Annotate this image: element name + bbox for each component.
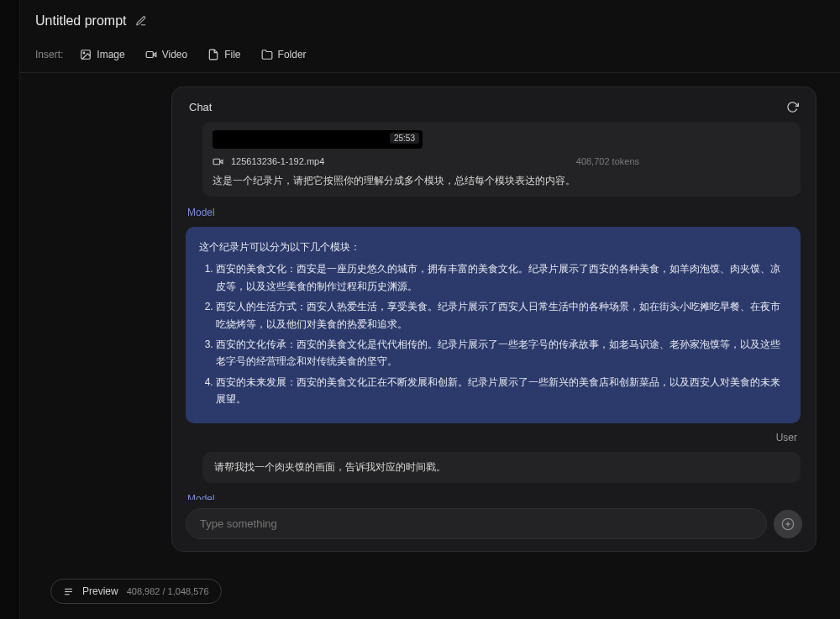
model-1-item-2: 西安人的生活方式：西安人热爱生活，享受美食。纪录片展示了西安人日常生活中的各种场… <box>216 298 787 333</box>
svg-point-1 <box>83 52 85 54</box>
model-1-intro: 这个纪录片可以分为以下几个模块： <box>199 239 787 255</box>
page-title: Untitled prompt <box>35 13 127 29</box>
insert-folder[interactable]: Folder <box>253 45 315 64</box>
insert-file-label: File <box>224 49 240 60</box>
prompt-input[interactable]: Type something <box>186 508 767 539</box>
model-response-1: 这个纪录片可以分为以下几个模块： 西安的美食文化：西安是一座历史悠久的城市，拥有… <box>186 227 801 423</box>
model-label-1: Model <box>186 203 801 220</box>
insert-image-label: Image <box>97 49 124 60</box>
video-filename: 125613236-1-192.mp4 <box>231 156 324 166</box>
video-thumbnail: 25:53 <box>213 130 423 149</box>
token-counts: 408,982 / 1,048,576 <box>127 586 209 596</box>
insert-file[interactable]: File <box>199 45 249 64</box>
user-message-1: 这是一个纪录片，请把它按照你的理解分成多个模块，总结每个模块表达的内容。 <box>213 174 790 188</box>
insert-image[interactable]: Image <box>71 45 133 64</box>
list-icon <box>63 586 74 597</box>
refresh-icon[interactable] <box>786 101 799 113</box>
preview-label: Preview <box>82 585 118 597</box>
model-label-2: Model <box>186 490 801 500</box>
video-tokens: 408,702 tokens <box>576 156 639 166</box>
insert-label: Insert: <box>35 49 63 60</box>
folder-icon <box>261 49 273 60</box>
svg-rect-3 <box>213 159 220 165</box>
insert-video-label: Video <box>162 49 187 60</box>
edit-icon[interactable] <box>135 15 147 27</box>
preview-button[interactable]: Preview 408,982 / 1,048,576 <box>50 579 222 604</box>
model-1-item-4: 西安的未来发展：西安的美食文化正在不断发展和创新。纪录片展示了一些新兴的美食店和… <box>216 374 787 408</box>
model-1-item-3: 西安的文化传承：西安的美食文化是代代相传的。纪录片展示了一些老字号的传承故事，如… <box>216 336 787 370</box>
insert-video[interactable]: Video <box>137 45 196 64</box>
svg-rect-2 <box>146 52 153 58</box>
chat-panel: Chat 25:53 125613236-1-192.mp4 408,702 <box>171 87 816 552</box>
file-icon <box>207 49 219 60</box>
image-icon <box>80 49 92 60</box>
video-duration: 25:53 <box>390 133 419 144</box>
user-message-2: 请帮我找一个肉夹馍的画面，告诉我对应的时间戳。 <box>202 452 801 483</box>
model-1-item-1: 西安的美食文化：西安是一座历史悠久的城市，拥有丰富的美食文化。纪录片展示了西安的… <box>216 260 787 295</box>
video-icon <box>145 49 157 60</box>
send-button[interactable] <box>774 510 802 538</box>
user-label: User <box>186 430 801 445</box>
insert-folder-label: Folder <box>278 49 307 60</box>
chat-title: Chat <box>189 101 212 113</box>
video-attachment[interactable]: 25:53 125613236-1-192.mp4 408,702 tokens… <box>202 122 801 197</box>
video-file-icon <box>213 155 224 167</box>
